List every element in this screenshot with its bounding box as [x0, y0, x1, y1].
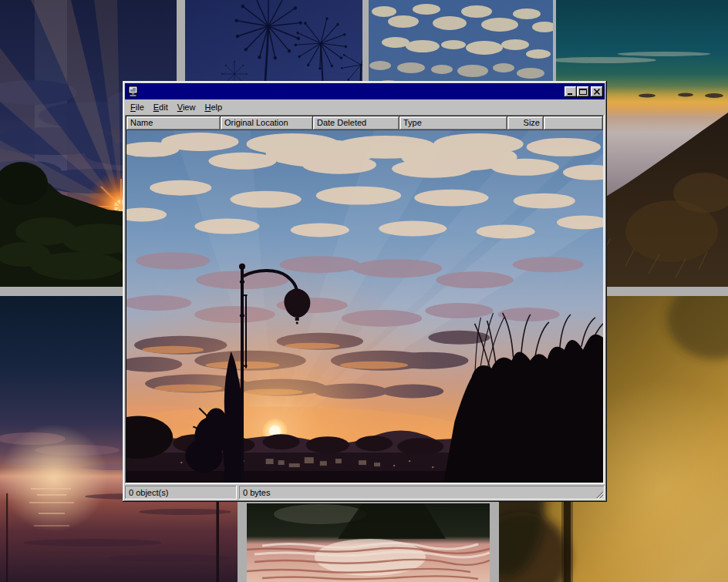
column-header-type[interactable]: Type: [399, 116, 507, 130]
background-photo-rippled-reflection: [247, 503, 490, 582]
maximize-button[interactable]: [577, 86, 589, 97]
menu-bar: FileEditViewHelp: [125, 99, 605, 115]
list-view: NameOriginal LocationDate DeletedTypeSiz…: [125, 115, 605, 484]
menu-item-file[interactable]: File: [126, 101, 149, 114]
status-bar: 0 object(s) 0 bytes: [125, 486, 605, 500]
maximize-icon: [578, 88, 588, 96]
status-total-size-text: 0 bytes: [243, 488, 270, 497]
close-button[interactable]: [591, 86, 603, 97]
menu-item-help[interactable]: Help: [200, 101, 227, 114]
column-header-date-deleted[interactable]: Date Deleted: [313, 116, 399, 130]
content-photo-sunset-street-lamp: [126, 130, 603, 483]
column-header-spacer[interactable]: [544, 116, 603, 130]
title-bar[interactable]: [125, 83, 605, 99]
status-object-count: 0 object(s): [125, 486, 237, 500]
resize-grip[interactable]: [595, 489, 604, 499]
menu-item-view[interactable]: View: [173, 101, 201, 114]
column-header-original-location[interactable]: Original Location: [221, 116, 313, 130]
minimize-icon: [566, 88, 575, 96]
computer-icon[interactable]: [127, 86, 140, 97]
list-viewport[interactable]: [126, 130, 603, 483]
column-header-name[interactable]: Name: [126, 116, 221, 130]
column-header-row: NameOriginal LocationDate DeletedTypeSiz…: [126, 116, 603, 130]
close-icon: [592, 88, 602, 96]
column-header-size[interactable]: Size: [507, 116, 544, 130]
recycle-bin-window: FileEditViewHelp NameOriginal LocationDa…: [123, 81, 607, 502]
minimize-button[interactable]: [565, 86, 577, 97]
status-total-size: 0 bytes: [239, 486, 605, 500]
menu-item-edit[interactable]: Edit: [149, 101, 173, 114]
status-object-count-text: 0 object(s): [129, 488, 168, 497]
